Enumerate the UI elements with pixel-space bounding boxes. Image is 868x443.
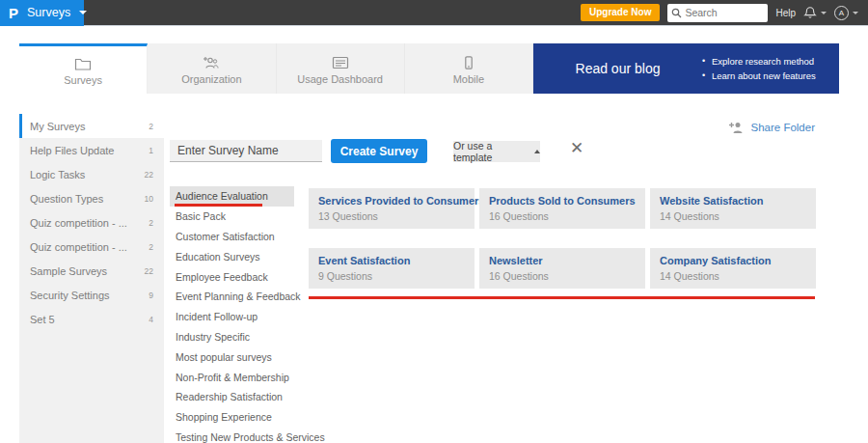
search-icon	[671, 8, 682, 18]
share-person-icon	[729, 121, 745, 134]
blog-bullet: Learn about new features	[702, 69, 816, 83]
template-card[interactable]: Event Satisfaction 9 Questions	[309, 248, 475, 289]
close-icon[interactable]: ✕	[570, 139, 583, 158]
sidebar-item-quiz-competition-1[interactable]: Quiz competition - ... 2	[19, 210, 164, 235]
use-template-dropdown[interactable]: Or use a template	[453, 141, 540, 162]
folder-count: 2	[149, 218, 153, 228]
template-question-count: 14 Questions	[660, 210, 806, 222]
category-label: Incident Follow-up	[176, 311, 258, 322]
sidebar-item-set-5[interactable]: Set 5 4	[19, 307, 164, 331]
folder-count: 22	[145, 170, 153, 180]
category-event-planning-feedback[interactable]: Event Planning & Feedback	[170, 287, 294, 307]
template-question-count: 9 Questions	[318, 270, 465, 282]
proprofs-logo: P	[9, 6, 18, 20]
topbar: P Surveys Upgrade Now Help	[0, 0, 868, 26]
template-question-count: 16 Questions	[489, 210, 636, 222]
app-menu-label: Surveys	[27, 6, 70, 19]
add-people-icon	[203, 56, 220, 69]
blog-bullet: Explore research method	[702, 54, 816, 69]
folder-icon	[74, 57, 92, 70]
tab-label: Usage Dashboard	[297, 73, 383, 85]
template-question-count: 13 Questions	[318, 210, 465, 222]
folder-label: My Surveys	[30, 121, 85, 132]
tab-surveys[interactable]: Surveys	[19, 43, 148, 94]
template-title: Newsletter	[489, 255, 636, 266]
tab-usage-dashboard[interactable]: Usage Dashboard	[277, 43, 405, 94]
blog-banner[interactable]: Read our blog Explore research method Le…	[533, 43, 839, 94]
template-card[interactable]: Company Satisfaction 14 Questions	[650, 248, 816, 289]
folder-label: Quiz competition - ...	[30, 241, 127, 253]
help-link[interactable]: Help	[775, 8, 796, 18]
category-label: Customer Satisfaction	[176, 231, 275, 242]
category-label: Event Planning & Feedback	[176, 291, 301, 302]
category-label: Industry Specific	[176, 331, 250, 343]
search-input[interactable]	[685, 4, 766, 22]
category-customer-satisfaction[interactable]: Customer Satisfaction	[170, 227, 294, 247]
folder-label: Security Settings	[30, 290, 110, 301]
sidebar-item-logic-tasks[interactable]: Logic Tasks 22	[19, 162, 164, 186]
category-employee-feedback[interactable]: Employee Feedback	[170, 266, 294, 287]
sidebar-item-quiz-competition-2[interactable]: Quiz competition - ... 2	[19, 235, 164, 259]
template-title: Event Satisfaction	[318, 255, 465, 266]
red-annotation-line	[309, 296, 815, 299]
folder-count: 2	[149, 122, 153, 131]
sidebar-item-my-surveys[interactable]: My Surveys 2	[19, 114, 164, 138]
category-label: Most popular surveys	[176, 351, 272, 363]
sidebar-item-sample-surveys[interactable]: Sample Surveys 22	[19, 259, 164, 283]
dashboard-icon	[332, 56, 349, 69]
topbar-right: Upgrade Now Help A	[581, 4, 868, 22]
create-survey-button[interactable]: Create Survey	[331, 139, 427, 163]
template-card[interactable]: Products Sold to Consumers 16 Questions	[479, 188, 645, 229]
category-industry-specific[interactable]: Industry Specific	[170, 327, 294, 347]
share-folder-link[interactable]: Share Folder	[729, 121, 815, 134]
template-title: Company Satisfaction	[660, 255, 806, 266]
category-readership-satisfaction[interactable]: Readership Satisfaction	[170, 387, 294, 407]
blog-banner-bullets: Explore research method Learn about new …	[702, 54, 816, 83]
category-audience-evaluation[interactable]: Audience Evaluation	[170, 186, 294, 207]
sidebar-item-help-files-update[interactable]: Help Files Update 1	[19, 138, 164, 162]
tab-organization[interactable]: Organization	[148, 43, 276, 94]
template-title: Website Satisfaction	[660, 195, 806, 207]
chevron-down-icon	[821, 12, 827, 14]
survey-name-input[interactable]	[170, 140, 322, 162]
folder-count: 4	[149, 315, 153, 324]
template-card[interactable]: Newsletter 16 Questions	[479, 248, 645, 289]
folder-count: 10	[145, 194, 153, 204]
account-menu[interactable]: A	[834, 6, 858, 20]
category-basic-pack[interactable]: Basic Pack	[170, 207, 294, 227]
folder-count: 1	[149, 146, 153, 155]
template-cards: Services Provided to Consumers 13 Questi…	[309, 188, 816, 289]
app-screen: P Surveys Upgrade Now Help	[0, 0, 868, 443]
category-label: Basic Pack	[176, 210, 226, 222]
folder-count: 22	[145, 266, 153, 276]
category-shopping-experience[interactable]: Shopping Experience	[170, 407, 294, 428]
chevron-down-icon	[853, 12, 858, 14]
template-title: Products Sold to Consumers	[489, 195, 636, 207]
category-label: Testing New Products & Services	[176, 431, 325, 443]
template-title: Services Provided to Consumers	[318, 195, 465, 207]
category-education-surveys[interactable]: Education Surveys	[170, 246, 294, 266]
folders-sidebar: My Surveys 2 Help Files Update 1 Logic T…	[19, 114, 164, 443]
chevron-up-icon	[534, 150, 540, 153]
category-incident-follow-up[interactable]: Incident Follow-up	[170, 307, 294, 327]
product-switcher[interactable]: P Surveys	[0, 0, 84, 26]
template-card[interactable]: Website Satisfaction 14 Questions	[650, 188, 816, 229]
blog-banner-title: Read our blog	[533, 61, 702, 76]
tab-label: Mobile	[453, 73, 484, 85]
folder-label: Logic Tasks	[30, 169, 85, 180]
sidebar-item-security-settings[interactable]: Security Settings 9	[19, 283, 164, 307]
tab-mobile[interactable]: Mobile	[405, 43, 533, 94]
category-non-profit-membership[interactable]: Non-Profit & Membership	[170, 367, 294, 387]
template-card[interactable]: Services Provided to Consumers 13 Questi…	[309, 188, 475, 229]
category-most-popular-surveys[interactable]: Most popular surveys	[170, 346, 294, 367]
category-label: Employee Feedback	[176, 271, 268, 283]
category-testing-new-products-services[interactable]: Testing New Products & Services	[170, 428, 294, 443]
notifications-menu[interactable]	[803, 6, 827, 19]
category-label: Audience Evaluation	[176, 190, 268, 202]
upgrade-now-button[interactable]: Upgrade Now	[581, 4, 660, 21]
tab-label: Surveys	[64, 74, 102, 86]
sidebar-item-question-types[interactable]: Question Types 10	[19, 186, 164, 210]
folder-count: 2	[149, 242, 153, 252]
chevron-down-icon	[79, 11, 87, 14]
folder-count: 9	[149, 291, 153, 300]
